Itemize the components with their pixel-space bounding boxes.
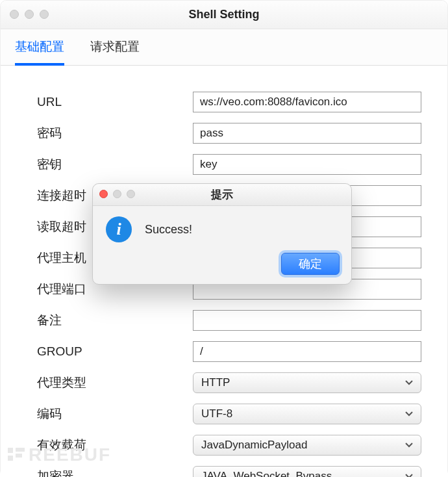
dialog-footer: 确定: [93, 249, 351, 284]
label-url: URL: [37, 95, 193, 109]
info-icon: i: [106, 216, 132, 242]
svg-rect-2: [16, 448, 25, 452]
svg-rect-3: [16, 454, 22, 458]
watermark-text: REEBUF: [29, 445, 111, 465]
label-group: GROUP: [37, 344, 193, 359]
proxy-type-value: HTTP: [201, 376, 230, 389]
payload-value: JavaDynamicPayload: [201, 439, 307, 452]
minimize-icon[interactable]: [25, 10, 34, 19]
svg-rect-0: [8, 448, 13, 453]
zoom-icon[interactable]: [40, 10, 49, 19]
chevron-down-icon: [405, 411, 413, 417]
label-encoding: 编码: [37, 406, 193, 422]
label-encryptor: 加密器: [37, 468, 193, 477]
encryptor-value: JAVA_WebSocket_Bypass: [201, 470, 332, 477]
row-proxy-type: 代理类型 HTTP: [37, 372, 421, 393]
group-input[interactable]: [193, 341, 421, 362]
encoding-select[interactable]: UTF-8: [193, 404, 421, 424]
row-group: GROUP: [37, 341, 421, 362]
svg-rect-1: [8, 456, 13, 461]
alert-dialog: 提示 i Success! 确定: [92, 183, 352, 285]
row-encoding: 编码 UTF-8: [37, 404, 421, 424]
tab-request-config[interactable]: 请求配置: [90, 38, 140, 65]
label-proxy-type: 代理类型: [37, 374, 193, 391]
traffic-lights: [10, 10, 49, 19]
tab-bar: 基础配置 请求配置: [1, 29, 447, 66]
row-secret: 密钥: [37, 154, 421, 175]
row-url: URL: [37, 92, 421, 112]
tab-basic-config[interactable]: 基础配置: [15, 38, 64, 66]
watermark-logo-icon: [8, 446, 26, 467]
window-title: Shell Setting: [1, 8, 447, 21]
ok-button[interactable]: 确定: [281, 253, 340, 275]
close-icon[interactable]: [10, 10, 19, 19]
zoom-icon: [127, 190, 135, 198]
url-input[interactable]: [193, 92, 421, 112]
close-icon[interactable]: [99, 190, 108, 198]
label-secret: 密钥: [37, 156, 193, 173]
dialog-titlebar: 提示: [93, 184, 351, 206]
titlebar: Shell Setting: [1, 1, 447, 29]
payload-select[interactable]: JavaDynamicPayload: [193, 435, 421, 456]
chevron-down-icon: [405, 380, 413, 385]
row-remark: 备注: [37, 310, 421, 331]
minimize-icon: [113, 190, 121, 198]
row-encryptor: 加密器 JAVA_WebSocket_Bypass: [37, 466, 421, 477]
dialog-body: i Success!: [93, 206, 351, 249]
label-password: 密码: [37, 125, 193, 142]
dialog-traffic-lights: [99, 190, 135, 198]
watermark: REEBUF: [8, 445, 111, 467]
row-password: 密码: [37, 123, 421, 144]
label-remark: 备注: [37, 312, 193, 329]
dialog-message: Success!: [145, 223, 192, 237]
proxy-type-select[interactable]: HTTP: [193, 372, 421, 393]
password-input[interactable]: [193, 123, 421, 144]
chevron-down-icon: [405, 474, 413, 477]
encoding-value: UTF-8: [201, 407, 232, 420]
remark-input[interactable]: [193, 310, 421, 331]
encryptor-select[interactable]: JAVA_WebSocket_Bypass: [193, 466, 421, 477]
secret-input[interactable]: [193, 154, 421, 175]
chevron-down-icon: [405, 443, 413, 448]
